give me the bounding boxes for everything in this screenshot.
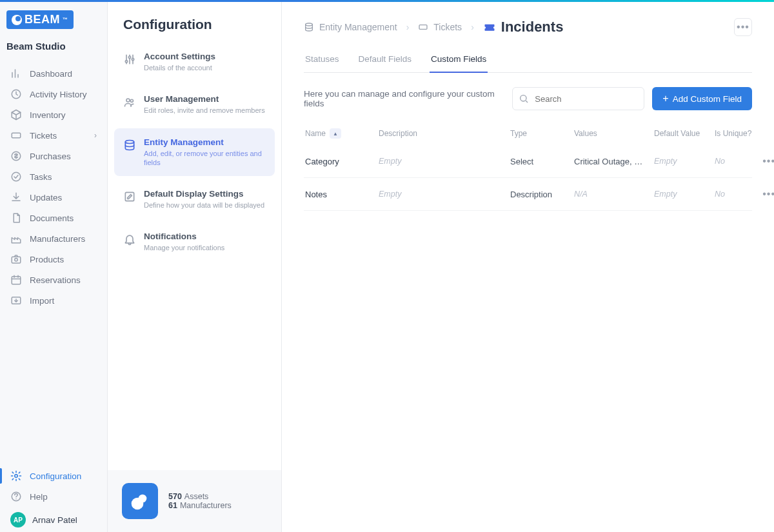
breadcrumb-separator: › bbox=[471, 22, 474, 32]
cell-type: Select bbox=[510, 157, 571, 166]
config-title: Configuration bbox=[108, 0, 281, 40]
svg-point-18 bbox=[139, 495, 146, 502]
sidebar-item-reservations[interactable]: Reservations bbox=[0, 270, 107, 290]
import-icon bbox=[10, 295, 22, 306]
custom-fields-table: Name▲ Description Type Values Default Va… bbox=[304, 122, 752, 211]
col-name[interactable]: Name▲ bbox=[305, 128, 376, 139]
assets-label: Assets bbox=[184, 492, 209, 501]
table-row[interactable]: Category Empty Select Critical Outage, …… bbox=[304, 145, 752, 178]
add-custom-field-button[interactable]: +Add Custom Field bbox=[652, 87, 752, 110]
nav-label: Inventory bbox=[30, 110, 66, 120]
sidebar-item-tickets[interactable]: Tickets› bbox=[0, 125, 107, 146]
config-item-title: Entity Management bbox=[144, 137, 266, 147]
download-icon bbox=[10, 192, 22, 203]
more-actions-button[interactable]: ••• bbox=[734, 18, 752, 36]
breadcrumb-tickets[interactable]: Tickets bbox=[418, 22, 462, 32]
tabs: StatusesDefault FieldsCustom Fields bbox=[304, 54, 752, 73]
col-unique[interactable]: Is Unique? bbox=[715, 129, 753, 138]
config-item-entity-management[interactable]: Entity ManagementAdd, edit, or remove yo… bbox=[114, 128, 275, 177]
beam-logo-icon bbox=[122, 483, 158, 519]
search-input[interactable] bbox=[512, 87, 644, 110]
config-footer: 570Assets 61Manufacturers bbox=[108, 470, 281, 532]
row-more-button[interactable]: ••• bbox=[756, 155, 774, 167]
sidebar-item-updates[interactable]: Updates bbox=[0, 187, 107, 208]
main-nav: DashboardActivity HistoryInventoryTicket… bbox=[0, 63, 107, 532]
cell-name: Notes bbox=[305, 190, 376, 199]
top-accent-bar bbox=[0, 0, 774, 2]
sidebar-item-purchases[interactable]: Purchases bbox=[0, 146, 107, 166]
config-item-title: User Management bbox=[144, 94, 265, 104]
svg-point-12 bbox=[126, 99, 130, 102]
logo[interactable]: BEAM™ bbox=[6, 10, 101, 29]
sidebar-item-tasks[interactable]: Tasks bbox=[0, 166, 107, 187]
cell-values: Critical Outage, … bbox=[574, 157, 651, 166]
nav-label: Purchases bbox=[30, 152, 71, 161]
chevron-right-icon: › bbox=[94, 131, 97, 140]
tab-custom-fields[interactable]: Custom Fields bbox=[430, 54, 488, 73]
user-menu[interactable]: AP Arnav Patel bbox=[0, 507, 107, 532]
mfr-count: 61 bbox=[168, 501, 177, 510]
config-item-notifications[interactable]: NotificationsManage your notifications bbox=[114, 222, 275, 261]
search-icon bbox=[519, 94, 529, 104]
toolbar: Here you can manage and configure your c… bbox=[304, 87, 752, 110]
cell-values: N/A bbox=[574, 190, 651, 199]
config-panel: Configuration Account SettingsDetails of… bbox=[108, 0, 282, 532]
svg-point-13 bbox=[130, 100, 133, 103]
svg-rect-5 bbox=[12, 277, 21, 284]
cell-name: Category bbox=[305, 157, 376, 166]
svg-point-7 bbox=[15, 475, 18, 478]
col-description[interactable]: Description bbox=[379, 129, 508, 138]
ticket-filled-icon bbox=[483, 21, 496, 34]
nav-label: Import bbox=[30, 296, 54, 306]
bell-icon bbox=[123, 233, 136, 246]
svg-point-10 bbox=[128, 56, 130, 58]
database-icon bbox=[123, 139, 136, 152]
table-row[interactable]: Notes Empty Description N/A Empty No ••• bbox=[304, 178, 752, 211]
col-type[interactable]: Type bbox=[510, 129, 571, 138]
col-default[interactable]: Default Value bbox=[654, 129, 712, 138]
row-more-button[interactable]: ••• bbox=[756, 188, 774, 200]
config-item-desc: Add, edit, or remove your entities and f… bbox=[144, 149, 266, 168]
breadcrumb-label: Tickets bbox=[433, 22, 462, 32]
svg-point-11 bbox=[132, 58, 134, 60]
svg-point-14 bbox=[125, 140, 134, 143]
plus-icon: + bbox=[662, 93, 668, 104]
config-item-desc: Define how your data will be displayed bbox=[144, 201, 264, 210]
workspace-name: Beam Studio bbox=[6, 41, 101, 52]
gear-icon bbox=[10, 470, 22, 482]
nav-label: Configuration bbox=[30, 471, 81, 481]
sidebar-item-help[interactable]: Help bbox=[0, 486, 107, 507]
sidebar-item-dashboard[interactable]: Dashboard bbox=[0, 63, 107, 84]
assets-count: 570 bbox=[168, 492, 182, 501]
sidebar-item-documents[interactable]: Documents bbox=[0, 208, 107, 228]
users-icon bbox=[123, 95, 136, 108]
sidebar-item-activity-history[interactable]: Activity History bbox=[0, 84, 107, 104]
svg-rect-15 bbox=[125, 193, 134, 201]
config-item-user-management[interactable]: User ManagementEdit roles, invite and re… bbox=[114, 85, 275, 124]
cell-description: Empty bbox=[379, 157, 508, 166]
tab-default-fields[interactable]: Default Fields bbox=[357, 54, 413, 73]
database-icon bbox=[304, 22, 314, 32]
config-item-account-settings[interactable]: Account SettingsDetails of the account bbox=[114, 43, 275, 81]
nav-label: Tasks bbox=[30, 172, 52, 182]
nav-label: Reservations bbox=[30, 275, 81, 285]
sidebar-item-configuration[interactable]: Configuration bbox=[0, 466, 107, 486]
breadcrumb-incidents: Incidents bbox=[483, 19, 564, 35]
col-values[interactable]: Values bbox=[574, 129, 651, 138]
sidebar-item-import[interactable]: Import bbox=[0, 290, 107, 311]
cell-type: Description bbox=[510, 190, 571, 199]
sidebar-item-products[interactable]: Products bbox=[0, 249, 107, 270]
document-icon bbox=[10, 212, 22, 224]
svg-point-2 bbox=[12, 172, 21, 181]
table-header: Name▲ Description Type Values Default Va… bbox=[304, 122, 752, 145]
tab-statuses[interactable]: Statuses bbox=[304, 54, 341, 73]
sort-asc-icon: ▲ bbox=[330, 128, 341, 139]
config-item-default-display-settings[interactable]: Default Display SettingsDefine how your … bbox=[114, 180, 275, 219]
breadcrumb-entity-management[interactable]: Entity Management bbox=[304, 22, 397, 32]
breadcrumb-label: Incidents bbox=[501, 19, 564, 35]
dollar-icon bbox=[10, 150, 22, 162]
breadcrumb-label: Entity Management bbox=[319, 22, 397, 32]
sidebar-item-manufacturers[interactable]: Manufacturers bbox=[0, 228, 107, 249]
left-sidebar: BEAM™ Beam Studio DashboardActivity Hist… bbox=[0, 0, 108, 532]
sidebar-item-inventory[interactable]: Inventory bbox=[0, 104, 107, 125]
